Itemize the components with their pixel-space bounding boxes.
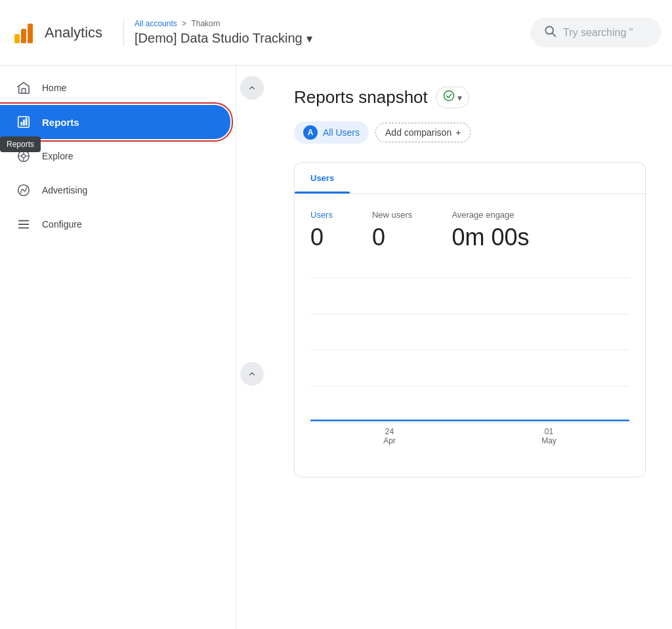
plus-icon: + xyxy=(455,127,461,138)
x-label-may: 01 May xyxy=(541,427,556,445)
property-name: [Demo] Data Studio Tracking xyxy=(135,31,303,46)
metric-users: Users 0 xyxy=(310,210,333,251)
search-placeholder-text: Try searching " xyxy=(563,27,633,39)
svg-rect-1 xyxy=(21,29,26,43)
sidebar-item-home-label: Home xyxy=(42,83,66,93)
svg-point-11 xyxy=(22,154,26,158)
chart-gridline-2 xyxy=(310,350,629,350)
sidebar-item-configure[interactable]: Configure xyxy=(0,207,225,241)
chart-x-labels: 24 Apr 01 May xyxy=(310,422,629,445)
chart-gridline-top xyxy=(310,277,629,278)
snapshot-status-button[interactable]: ▾ xyxy=(436,87,469,108)
metrics-tabs: Users xyxy=(295,163,645,194)
metric-new-users-name: New users xyxy=(372,210,412,220)
sidebar-item-advertising-label: Advertising xyxy=(42,185,87,195)
reports-tooltip: Reports xyxy=(0,136,41,152)
status-dropdown-icon: ▾ xyxy=(457,92,462,103)
snapshot-header: Reports snapshot ▾ xyxy=(294,87,646,108)
configure-icon xyxy=(16,216,32,232)
content-wrapper: Reports snapshot ▾ A All Users xyxy=(236,66,672,629)
property-dropdown-icon: ▾ xyxy=(306,31,312,46)
home-icon xyxy=(16,80,32,96)
main-layout: Home Reports Reports xyxy=(0,66,672,629)
metric-new-users-value: 0 xyxy=(372,224,412,251)
svg-rect-5 xyxy=(22,89,26,93)
sidebar-item-reports-label: Reports xyxy=(42,117,79,128)
analytics-logo xyxy=(10,20,37,46)
snapshot-title: Reports snapshot xyxy=(294,87,428,108)
svg-rect-0 xyxy=(14,34,20,43)
sidebar-item-home[interactable]: Home xyxy=(0,71,225,105)
metric-new-users: New users 0 xyxy=(372,210,412,251)
svg-rect-2 xyxy=(28,24,33,43)
sidebar-item-reports[interactable]: Reports Reports xyxy=(0,105,230,139)
metric-users-value: 0 xyxy=(310,224,333,251)
metrics-values: Users 0 New users 0 Average engage 0m 00… xyxy=(295,194,645,267)
sidebar-item-advertising[interactable]: Advertising xyxy=(0,173,225,207)
breadcrumb: All accounts > Thakorn xyxy=(135,19,530,28)
status-check-icon xyxy=(443,90,455,105)
search-box[interactable]: Try searching " xyxy=(530,18,662,47)
chart-gridline-1 xyxy=(310,314,629,314)
svg-rect-9 xyxy=(26,118,28,126)
sidebar-item-configure-label: Configure xyxy=(42,219,82,230)
all-users-filter[interactable]: A All Users xyxy=(294,121,369,144)
chart-area: 24 Apr 01 May xyxy=(295,267,645,477)
app-header: Analytics All accounts > Thakorn [Demo] … xyxy=(0,0,672,66)
search-icon xyxy=(543,24,556,41)
chart-grid xyxy=(310,277,629,422)
metric-users-name: Users xyxy=(310,210,333,220)
collapse-area xyxy=(236,66,268,629)
chart-line-svg xyxy=(310,419,629,422)
sidebar: Home Reports Reports xyxy=(0,66,236,629)
svg-point-20 xyxy=(444,91,453,101)
svg-line-4 xyxy=(553,33,556,37)
x-label-apr: 24 Apr xyxy=(383,427,396,445)
breadcrumb-separator: > xyxy=(182,19,188,28)
add-comparison-label: Add comparison xyxy=(385,127,452,138)
svg-rect-7 xyxy=(20,122,22,126)
reports-icon xyxy=(16,114,32,130)
svg-rect-17 xyxy=(18,220,30,222)
svg-rect-18 xyxy=(18,224,30,225)
header-divider xyxy=(123,20,124,46)
metric-avg-engage-name: Average engage xyxy=(452,210,529,220)
metric-avg-engage-value: 0m 00s xyxy=(452,224,529,251)
app-title: Analytics xyxy=(45,24,102,41)
account-area: All accounts > Thakorn [Demo] Data Studi… xyxy=(135,19,530,46)
property-selector[interactable]: [Demo] Data Studio Tracking ▾ xyxy=(135,31,530,46)
svg-rect-8 xyxy=(23,119,25,125)
all-users-label: All Users xyxy=(323,127,360,138)
filter-row: A All Users Add comparison + xyxy=(294,121,646,144)
main-content: Reports snapshot ▾ A All Users xyxy=(268,66,672,629)
advertising-icon xyxy=(16,182,32,198)
user-avatar: A xyxy=(303,125,318,140)
svg-rect-19 xyxy=(18,228,30,229)
collapse-button-top[interactable] xyxy=(240,76,264,100)
logo-area: Analytics xyxy=(10,20,102,46)
tab-users[interactable]: Users xyxy=(295,163,350,193)
sidebar-item-explore-label: Explore xyxy=(42,151,73,161)
add-comparison-button[interactable]: Add comparison + xyxy=(375,123,471,142)
collapse-button-bottom[interactable] xyxy=(240,362,264,386)
metric-avg-engage: Average engage 0m 00s xyxy=(452,210,529,251)
chart-gridline-3 xyxy=(310,386,629,386)
metrics-card: Users Users 0 New users 0 Average engage xyxy=(294,162,646,477)
